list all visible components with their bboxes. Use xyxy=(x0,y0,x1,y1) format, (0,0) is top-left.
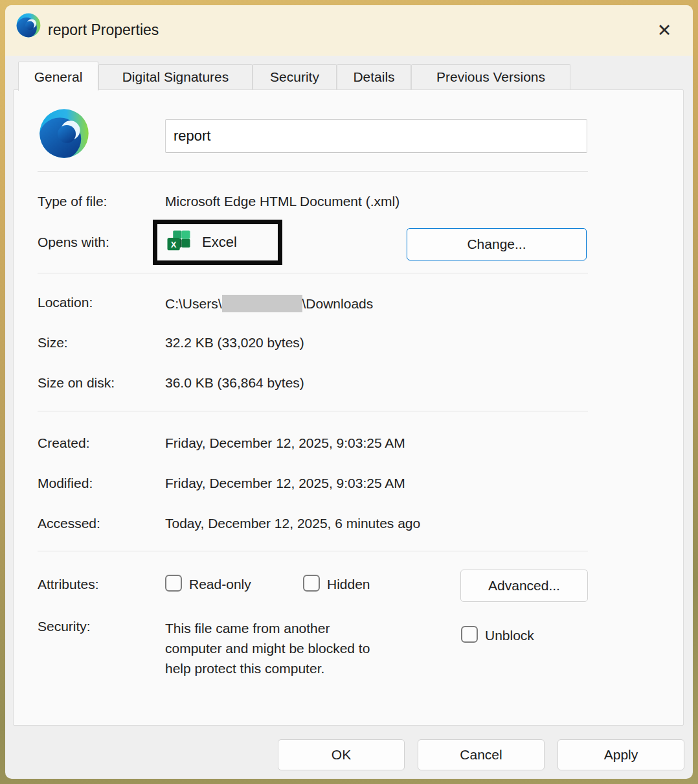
general-tab-panel: Type of file: Microsoft Edge HTML Docume… xyxy=(13,89,684,726)
opens-with-label: Opens with: xyxy=(38,235,109,250)
tab-digital-signatures[interactable]: Digital Signatures xyxy=(98,64,253,90)
apply-button[interactable]: Apply xyxy=(557,739,684,770)
close-icon[interactable]: ✕ xyxy=(650,17,679,44)
username-redaction-box xyxy=(222,295,302,312)
security-label: Security: xyxy=(38,619,91,634)
advanced-button[interactable]: Advanced... xyxy=(460,570,588,602)
separator xyxy=(38,411,588,411)
location-value: C:\Users\\Downloads xyxy=(165,295,373,312)
tab-previous-versions[interactable]: Previous Versions xyxy=(411,64,570,90)
opens-with-highlight-box: X Excel xyxy=(153,220,282,265)
separator xyxy=(38,171,588,172)
type-of-file-value: Microsoft Edge HTML Document (.xml) xyxy=(165,194,400,209)
modified-value: Friday, December 12, 2025, 9:03:25 AM xyxy=(165,476,405,491)
file-type-edge-icon xyxy=(38,107,91,160)
opens-with-app-name: Excel xyxy=(202,234,237,251)
security-warning-text: This file came from another computer and… xyxy=(165,618,450,678)
change-button[interactable]: Change... xyxy=(407,228,587,260)
tab-general[interactable]: General xyxy=(18,62,98,91)
accessed-value: Today, December 12, 2025, 6 minutes ago xyxy=(165,516,420,531)
size-label: Size: xyxy=(38,335,68,351)
created-label: Created: xyxy=(38,435,90,451)
hidden-checkbox-label: Hidden xyxy=(327,577,370,592)
svg-text:X: X xyxy=(171,240,177,249)
separator xyxy=(38,551,588,551)
location-path-suffix: \Downloads xyxy=(302,296,374,311)
type-of-file-label: Type of file: xyxy=(38,194,107,209)
accessed-label: Accessed: xyxy=(38,516,100,531)
location-label: Location: xyxy=(38,295,93,310)
readonly-checkbox[interactable] xyxy=(165,575,182,592)
size-value: 32.2 KB (33,020 bytes) xyxy=(165,335,304,351)
attributes-label: Attributes: xyxy=(38,577,99,592)
window-title: report Properties xyxy=(48,5,159,56)
excel-icon: X xyxy=(165,229,192,256)
tab-security[interactable]: Security xyxy=(253,64,337,90)
size-on-disk-value: 36.0 KB (36,864 bytes) xyxy=(165,375,304,391)
titlebar[interactable]: report Properties ✕ xyxy=(5,5,693,56)
desktop-wallpaper: report Properties ✕ General Digital Sign… xyxy=(0,0,698,784)
ok-button[interactable]: OK xyxy=(278,739,405,770)
modified-label: Modified: xyxy=(38,476,93,491)
unblock-checkbox-label: Unblock xyxy=(485,628,534,643)
tab-details[interactable]: Details xyxy=(337,64,411,90)
filename-input[interactable] xyxy=(165,119,587,153)
unblock-checkbox[interactable] xyxy=(461,626,478,643)
cancel-button[interactable]: Cancel xyxy=(418,739,545,770)
created-value: Friday, December 12, 2025, 9:03:25 AM xyxy=(165,435,405,451)
separator xyxy=(38,273,588,273)
location-path-prefix: C:\Users\ xyxy=(165,296,222,311)
edge-logo-icon xyxy=(16,12,41,38)
hidden-checkbox[interactable] xyxy=(303,575,320,592)
size-on-disk-label: Size on disk: xyxy=(38,375,115,391)
readonly-checkbox-label: Read-only xyxy=(189,577,251,592)
properties-dialog: report Properties ✕ General Digital Sign… xyxy=(5,5,693,779)
